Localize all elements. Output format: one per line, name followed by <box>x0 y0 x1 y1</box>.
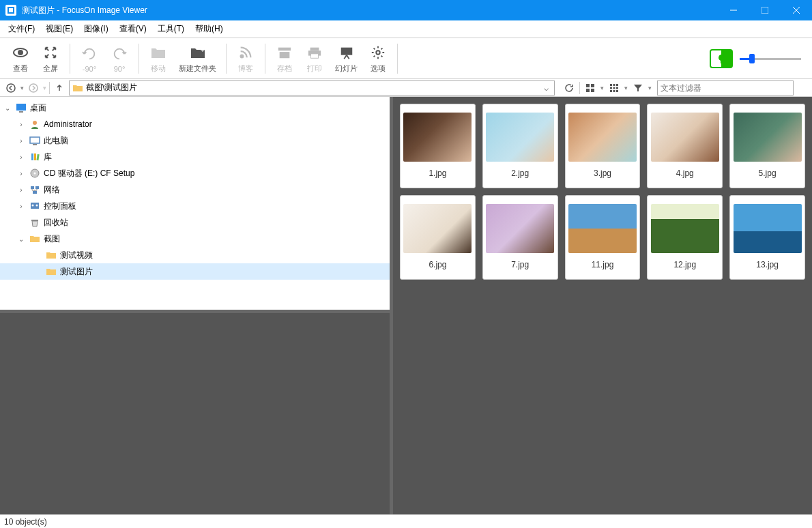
tree-item-recycle[interactable]: › 回收站 <box>0 214 390 231</box>
filter-box[interactable] <box>657 80 794 96</box>
window-title: 测试图片 - FocusOn Image Viewer <box>22 5 718 16</box>
menu-image[interactable]: 图像(I) <box>78 20 113 38</box>
menu-help[interactable]: 帮助(H) <box>190 20 229 38</box>
svg-rect-31 <box>616 90 618 92</box>
tree-item-control[interactable]: › 控制面板 <box>0 198 390 214</box>
svg-point-8 <box>241 55 244 58</box>
thumbnail-item[interactable]: 5.jpg <box>729 104 805 188</box>
fullscreen-button[interactable]: 全屏 <box>35 40 66 76</box>
expander-icon[interactable]: ⌄ <box>3 104 12 112</box>
compare-icon[interactable] <box>710 49 733 68</box>
tree-item-admin[interactable]: › Administrator <box>0 116 390 132</box>
cd-icon <box>29 168 41 179</box>
nav-forward-button[interactable] <box>27 81 40 95</box>
thumbnail-item[interactable]: 11.jpg <box>565 195 641 280</box>
thumbnail-pane[interactable]: 1.jpg2.jpg3.jpg4.jpg5.jpg6.jpg7.jpg11.jp… <box>393 97 812 514</box>
address-input[interactable] <box>86 83 541 93</box>
thumbnail-item[interactable]: 7.jpg <box>482 195 558 280</box>
thumbnail-item[interactable]: 4.jpg <box>647 104 723 188</box>
rotate-left-button[interactable]: -90° <box>74 42 104 76</box>
slideshow-button[interactable]: 幻灯片 <box>330 40 363 76</box>
tree-item-desktop[interactable]: ⌄ 桌面 <box>0 100 390 116</box>
svg-rect-21 <box>586 89 590 92</box>
maximize-button[interactable] <box>749 0 781 20</box>
tree-item-screenshot[interactable]: ⌄ 截图 <box>0 231 390 247</box>
options-button[interactable]: 选项 <box>363 40 393 76</box>
folder-tree[interactable]: ⌄ 桌面 › Administrator › 此电脑 › 库 › <box>0 97 390 310</box>
view-large-button[interactable] <box>583 81 598 95</box>
rotate-left-icon <box>80 44 99 63</box>
thumbnail-item[interactable]: 13.jpg <box>729 195 805 280</box>
filter-input[interactable] <box>658 81 793 95</box>
thumbnail-item[interactable]: 2.jpg <box>482 104 558 188</box>
svg-rect-39 <box>36 154 39 160</box>
thumbnail-image <box>486 113 554 162</box>
nav-up-button[interactable] <box>53 81 66 95</box>
thumbnail-label: 1.jpg <box>429 162 446 182</box>
minimize-button[interactable] <box>718 0 749 20</box>
tree-item-cddrive[interactable]: › CD 驱动器 (E:) CF Setup <box>0 165 390 181</box>
expander-icon[interactable]: › <box>16 137 26 145</box>
svg-rect-33 <box>19 111 23 113</box>
chevron-down-icon[interactable]: ⌵ <box>541 83 551 93</box>
archive-button[interactable]: 存档 <box>270 40 300 76</box>
tree-item-library[interactable]: › 库 <box>0 149 390 165</box>
expander-icon[interactable]: › <box>16 170 26 177</box>
menu-look[interactable]: 查看(V) <box>114 20 152 38</box>
move-button[interactable]: 移动 <box>143 40 173 76</box>
menu-view[interactable]: 视图(E) <box>40 20 78 38</box>
thumbnail-label: 12.jpg <box>673 253 696 274</box>
expander-icon[interactable]: › <box>16 186 26 194</box>
expander-icon[interactable]: › <box>16 203 26 210</box>
slider-thumb[interactable] <box>749 54 755 63</box>
thumbnail-item[interactable]: 3.jpg <box>565 104 641 188</box>
svg-rect-25 <box>616 84 618 86</box>
main-area: ⌄ 桌面 › Administrator › 此电脑 › 库 › <box>0 97 812 514</box>
toolbar-separator <box>70 44 70 74</box>
address-bar[interactable]: ⌵ <box>69 80 555 96</box>
svg-point-17 <box>7 84 15 92</box>
print-button[interactable]: 打印 <box>300 40 330 76</box>
folder-icon <box>45 266 57 277</box>
toolbar-separator <box>397 44 398 74</box>
thumbnail-image <box>651 204 719 253</box>
svg-point-18 <box>29 84 38 92</box>
menu-tools[interactable]: 工具(T) <box>152 20 190 38</box>
tree-item-network[interactable]: › 网络 <box>0 181 390 198</box>
view-small-button[interactable] <box>607 81 622 95</box>
tree-item-testvideo[interactable]: › 测试视频 <box>0 247 390 263</box>
refresh-button[interactable] <box>562 81 577 95</box>
nav-back-button[interactable] <box>4 81 18 95</box>
view-button[interactable]: 查看 <box>5 40 35 76</box>
close-button[interactable] <box>781 0 812 20</box>
svg-point-47 <box>36 205 38 207</box>
toolbar-separator <box>139 44 139 74</box>
status-count: 10 object(s) <box>4 517 47 527</box>
filter-button[interactable] <box>630 81 646 95</box>
tree-item-testimage[interactable]: › 测试图片 <box>0 263 390 280</box>
blog-button[interactable]: 博客 <box>231 40 261 76</box>
slideshow-icon <box>337 43 356 62</box>
thumbnail-item[interactable]: 1.jpg <box>400 104 476 188</box>
gear-icon <box>368 43 388 62</box>
expander-icon[interactable]: › <box>16 153 26 161</box>
thumbnail-item[interactable]: 12.jpg <box>647 195 723 280</box>
pc-icon <box>29 135 41 146</box>
expander-icon[interactable]: › <box>16 121 26 128</box>
zoom-slider[interactable] <box>740 52 801 65</box>
folder-move-icon <box>149 43 168 62</box>
svg-rect-42 <box>31 186 34 189</box>
svg-rect-28 <box>616 87 618 89</box>
svg-point-6 <box>18 50 23 55</box>
svg-rect-27 <box>613 87 615 89</box>
svg-rect-24 <box>613 84 615 86</box>
left-pane: ⌄ 桌面 › Administrator › 此电脑 › 库 › <box>0 97 393 514</box>
archive-icon <box>275 43 294 62</box>
svg-rect-0 <box>8 8 14 13</box>
menu-file[interactable]: 文件(F) <box>3 20 40 38</box>
expander-icon[interactable]: ⌄ <box>16 235 26 243</box>
tree-item-thispc[interactable]: › 此电脑 <box>0 132 390 149</box>
new-folder-button[interactable]: + 新建文件夹 <box>173 40 222 76</box>
rotate-right-button[interactable]: 90° <box>104 42 134 76</box>
thumbnail-item[interactable]: 6.jpg <box>400 195 476 280</box>
